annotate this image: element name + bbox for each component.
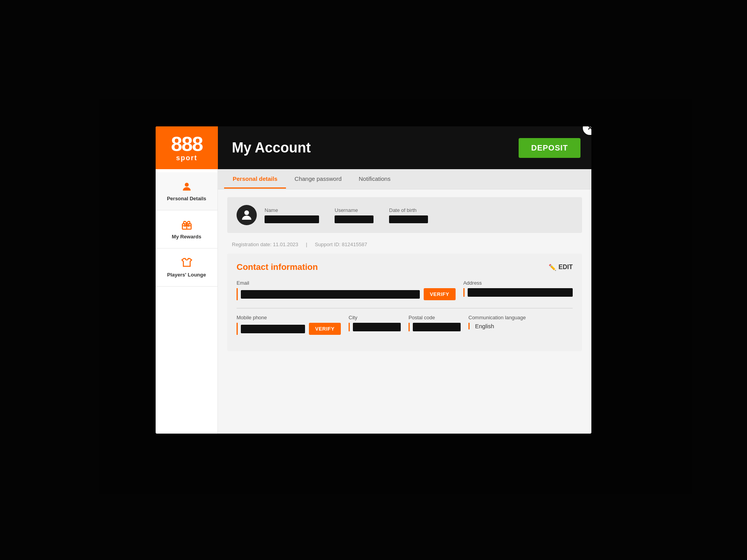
edit-button[interactable]: ✏️ EDIT (549, 264, 573, 271)
name-label: Name (265, 207, 319, 213)
dob-label: Date of birth (389, 207, 428, 213)
svg-point-2 (244, 210, 249, 215)
contact-section: Contact information ✏️ EDIT Email (227, 254, 582, 351)
sidebar-item-personal-details[interactable]: Personal Details (156, 172, 217, 210)
city-value (353, 323, 401, 331)
gift-icon (181, 219, 193, 231)
user-info-card: Name Username Date of birth (227, 197, 582, 233)
mobile-label: Mobile phone (237, 315, 341, 320)
tab-personal-details[interactable]: Personal details (224, 170, 286, 189)
page-title: My Account (232, 140, 519, 156)
modal-header: 888 sport My Account DEPOSIT (156, 126, 591, 169)
support-id: Support ID: 812415587 (315, 242, 367, 247)
comm-lang-label: Communication language (468, 315, 573, 320)
mobile-verify-button[interactable]: VERIFY (309, 323, 341, 335)
form-group-mobile: Mobile phone VERIFY (237, 315, 341, 335)
logo-sport: sport (176, 154, 198, 162)
address-value (468, 288, 573, 297)
comm-lang-value: English (473, 323, 494, 329)
contact-header: Contact information ✏️ EDIT (237, 262, 573, 272)
content-area: Name Username Date of birth (218, 189, 591, 359)
sidebar-label-players-lounge: Players' Lounge (167, 272, 206, 278)
field-name: Name (265, 207, 319, 223)
dob-value (389, 215, 428, 223)
city-input-wrapper (349, 323, 401, 331)
sidebar-label-personal-details: Personal Details (167, 196, 206, 201)
city-label: City (349, 315, 401, 320)
edit-label: EDIT (559, 264, 573, 271)
mobile-value (241, 325, 305, 333)
user-fields: Name Username Date of birth (265, 207, 573, 223)
tab-notifications[interactable]: Notifications (350, 170, 399, 189)
name-value (265, 215, 319, 223)
username-label: Username (335, 207, 374, 213)
tab-change-password[interactable]: Change password (286, 170, 350, 189)
email-verify-button[interactable]: VERIFY (424, 288, 456, 300)
email-label: Email (237, 280, 456, 286)
divider (237, 308, 573, 308)
sidebar-item-players-lounge[interactable]: Players' Lounge (156, 248, 217, 287)
comm-lang-input-wrapper: English (468, 323, 573, 329)
main-content: Personal details Change password Notific… (218, 169, 591, 434)
deposit-button[interactable]: DEPOSIT (519, 138, 580, 158)
overlay: ✕ 888 sport My Account DEPOSIT Personal … (0, 0, 747, 560)
mobile-input-wrapper: VERIFY (237, 323, 341, 335)
logo-888: 888 (171, 134, 203, 154)
reg-separator: | (306, 242, 307, 247)
form-group-city: City (349, 315, 401, 335)
modal: ✕ 888 sport My Account DEPOSIT Personal … (156, 126, 591, 434)
edit-icon: ✏️ (549, 264, 556, 271)
postal-label: Postal code (409, 315, 461, 320)
sidebar-label-my-rewards: My Rewards (172, 234, 202, 240)
form-group-email: Email VERIFY (237, 280, 456, 300)
contact-title: Contact information (237, 262, 318, 272)
postal-value (413, 323, 461, 331)
modal-body: Personal Details My Rewards Players' Lou… (156, 169, 591, 434)
sidebar-item-my-rewards[interactable]: My Rewards (156, 210, 217, 248)
sidebar: Personal Details My Rewards Players' Lou… (156, 169, 218, 434)
avatar-icon (240, 208, 254, 222)
form-row-email-address: Email VERIFY Address (237, 280, 573, 300)
address-label: Address (463, 280, 573, 286)
logo: 888 sport (156, 126, 218, 169)
email-value (241, 290, 420, 299)
user-icon (181, 181, 193, 192)
form-group-address: Address (463, 280, 573, 300)
address-input-wrapper (463, 288, 573, 297)
email-input-wrapper: VERIFY (237, 288, 456, 300)
svg-point-0 (185, 183, 189, 187)
avatar (237, 205, 257, 225)
field-dob: Date of birth (389, 207, 428, 223)
registration-info: Registration date: 11.01.2023 | Support … (227, 238, 582, 254)
form-group-comm-lang: Communication language English (468, 315, 573, 335)
username-value (335, 215, 374, 223)
reg-date: Registration date: 11.01.2023 (232, 242, 298, 247)
shirt-icon (181, 257, 193, 269)
field-username: Username (335, 207, 374, 223)
tabs-bar: Personal details Change password Notific… (218, 169, 591, 189)
form-row-contact-details: Mobile phone VERIFY City (237, 315, 573, 335)
form-group-postal: Postal code (409, 315, 461, 335)
postal-input-wrapper (409, 323, 461, 331)
